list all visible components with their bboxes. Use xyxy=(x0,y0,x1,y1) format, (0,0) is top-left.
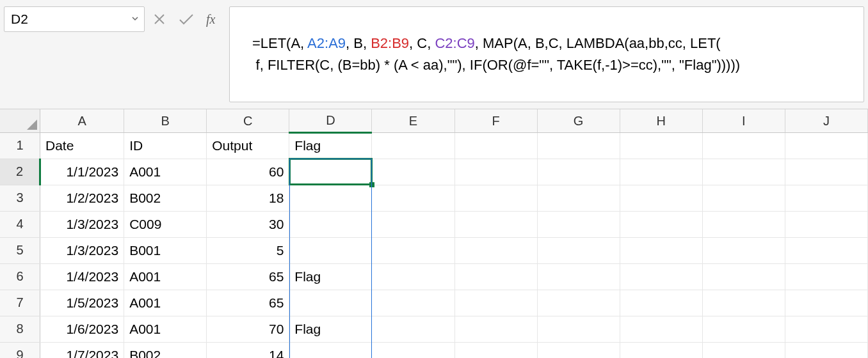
spreadsheet-grid[interactable]: A B C D E F G H I J 1 Date ID Output Fla… xyxy=(0,109,868,358)
cell-C9[interactable]: 14 xyxy=(207,342,289,358)
cell-H9[interactable] xyxy=(620,342,702,358)
cell-J1[interactable] xyxy=(785,132,867,159)
cell-A7[interactable]: 1/5/2023 xyxy=(40,290,124,316)
cell-I3[interactable] xyxy=(702,185,785,211)
formula-bar[interactable]: =LET(A, A2:A9, B, B2:B9, C, C2:C9, MAP(A… xyxy=(229,6,864,102)
cell-I1[interactable] xyxy=(702,132,785,159)
cell-F8[interactable] xyxy=(454,316,537,342)
cell-H5[interactable] xyxy=(620,237,702,263)
select-all-corner[interactable] xyxy=(0,109,40,132)
row-header-2[interactable]: 2 xyxy=(0,159,40,185)
cell-F3[interactable] xyxy=(454,185,537,211)
cell-D5[interactable] xyxy=(289,237,372,263)
cell-A4[interactable]: 1/3/2023 xyxy=(40,211,124,237)
cancel-icon[interactable] xyxy=(152,12,166,26)
cell-I8[interactable] xyxy=(702,316,785,342)
cell-D6[interactable]: Flag xyxy=(289,263,372,290)
cell-I7[interactable] xyxy=(702,290,785,316)
cell-I5[interactable] xyxy=(702,237,785,263)
col-header-F[interactable]: F xyxy=(454,109,537,132)
col-header-H[interactable]: H xyxy=(620,109,702,132)
col-header-C[interactable]: C xyxy=(207,109,289,132)
cell-E6[interactable] xyxy=(372,263,454,290)
cell-C6[interactable]: 65 xyxy=(207,263,289,290)
cell-J5[interactable] xyxy=(785,237,867,263)
cell-B6[interactable]: A001 xyxy=(124,263,207,290)
cell-E2[interactable] xyxy=(372,159,454,185)
cell-H1[interactable] xyxy=(620,132,702,159)
cell-D3[interactable] xyxy=(289,185,372,211)
chevron-down-icon[interactable] xyxy=(131,14,139,24)
cell-B7[interactable]: A001 xyxy=(124,290,207,316)
cell-F5[interactable] xyxy=(454,237,537,263)
cell-C1[interactable]: Output xyxy=(207,132,289,159)
cell-C2[interactable]: 60 xyxy=(207,159,289,185)
cell-J6[interactable] xyxy=(785,263,867,290)
row-header-4[interactable]: 4 xyxy=(0,211,40,237)
row-header-6[interactable]: 6 xyxy=(0,263,40,290)
cell-J7[interactable] xyxy=(785,290,867,316)
cell-G4[interactable] xyxy=(537,211,620,237)
cell-I6[interactable] xyxy=(702,263,785,290)
cell-J2[interactable] xyxy=(785,159,867,185)
col-header-J[interactable]: J xyxy=(785,109,867,132)
cell-F2[interactable] xyxy=(454,159,537,185)
col-header-D[interactable]: D xyxy=(289,109,372,132)
cell-G8[interactable] xyxy=(537,316,620,342)
cell-B8[interactable]: A001 xyxy=(124,316,207,342)
cell-C4[interactable]: 30 xyxy=(207,211,289,237)
cell-D7[interactable] xyxy=(289,290,372,316)
cell-H4[interactable] xyxy=(620,211,702,237)
cell-H8[interactable] xyxy=(620,316,702,342)
col-header-E[interactable]: E xyxy=(372,109,454,132)
col-header-A[interactable]: A xyxy=(40,109,124,132)
cell-J8[interactable] xyxy=(785,316,867,342)
cell-A8[interactable]: 1/6/2023 xyxy=(40,316,124,342)
cell-F7[interactable] xyxy=(454,290,537,316)
cell-A9[interactable]: 1/7/2023 xyxy=(40,342,124,358)
cell-H3[interactable] xyxy=(620,185,702,211)
col-header-G[interactable]: G xyxy=(537,109,620,132)
col-header-I[interactable]: I xyxy=(702,109,785,132)
cell-E8[interactable] xyxy=(372,316,454,342)
cell-B1[interactable]: ID xyxy=(124,132,207,159)
cell-C3[interactable]: 18 xyxy=(207,185,289,211)
cell-G6[interactable] xyxy=(537,263,620,290)
cell-I4[interactable] xyxy=(702,211,785,237)
cell-B9[interactable]: B002 xyxy=(124,342,207,358)
fx-icon[interactable]: fx xyxy=(206,12,215,27)
cell-J9[interactable] xyxy=(785,342,867,358)
cell-E9[interactable] xyxy=(372,342,454,358)
row-header-1[interactable]: 1 xyxy=(0,132,40,159)
cell-F1[interactable] xyxy=(454,132,537,159)
name-box[interactable]: D2 xyxy=(4,6,145,32)
cell-I9[interactable] xyxy=(702,342,785,358)
cell-E7[interactable] xyxy=(372,290,454,316)
row-header-3[interactable]: 3 xyxy=(0,185,40,211)
cell-C7[interactable]: 65 xyxy=(207,290,289,316)
row-header-7[interactable]: 7 xyxy=(0,290,40,316)
cell-A3[interactable]: 1/2/2023 xyxy=(40,185,124,211)
cell-C8[interactable]: 70 xyxy=(207,316,289,342)
cell-J4[interactable] xyxy=(785,211,867,237)
cell-B5[interactable]: B001 xyxy=(124,237,207,263)
cell-D4[interactable] xyxy=(289,211,372,237)
cell-H2[interactable] xyxy=(620,159,702,185)
cell-E1[interactable] xyxy=(372,132,454,159)
cell-F6[interactable] xyxy=(454,263,537,290)
cell-G1[interactable] xyxy=(537,132,620,159)
cell-J3[interactable] xyxy=(785,185,867,211)
row-header-8[interactable]: 8 xyxy=(0,316,40,342)
cell-G9[interactable] xyxy=(537,342,620,358)
cell-G2[interactable] xyxy=(537,159,620,185)
cell-E3[interactable] xyxy=(372,185,454,211)
cell-A2[interactable]: 1/1/2023 xyxy=(40,159,124,185)
cell-G5[interactable] xyxy=(537,237,620,263)
cell-D8[interactable]: Flag xyxy=(289,316,372,342)
cell-D2[interactable] xyxy=(289,159,372,185)
enter-icon[interactable] xyxy=(178,12,195,26)
cell-C5[interactable]: 5 xyxy=(207,237,289,263)
cell-G3[interactable] xyxy=(537,185,620,211)
cell-A1[interactable]: Date xyxy=(40,132,124,159)
col-header-B[interactable]: B xyxy=(124,109,207,132)
